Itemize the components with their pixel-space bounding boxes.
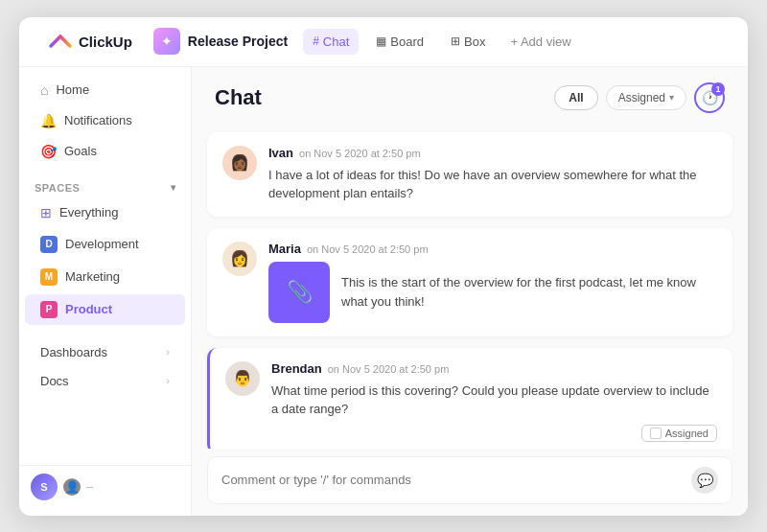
message-body: Brendan on Nov 5 2020 at 2:50 pm What ti…	[271, 361, 717, 419]
sidebar-item-docs[interactable]: Docs ›	[25, 367, 185, 395]
comment-box: 💬	[207, 456, 732, 504]
hash-icon: #	[313, 35, 319, 48]
project-name: Release Project	[188, 34, 288, 49]
message-text: I have a lot of ideas for this! Do we ha…	[268, 166, 717, 203]
product-dot: P	[40, 301, 58, 318]
chevron-down-icon: ▾	[669, 92, 674, 103]
goals-icon: 🎯	[40, 144, 57, 159]
sidebar-item-dashboards[interactable]: Dashboards ›	[25, 338, 185, 366]
message-text: This is the start of the overview for th…	[341, 273, 717, 311]
message-author: Brendan	[271, 361, 322, 376]
bottom-nav: Dashboards › Docs ›	[19, 337, 191, 396]
message-body: Maria on Nov 5 2020 at 2:50 pm 📎 This is…	[268, 242, 717, 323]
user-photo: 👤	[63, 478, 81, 496]
sidebar: ⌂ Home 🔔 Notifications 🎯 Goals Spaces ▾ …	[19, 67, 192, 516]
user-status: –	[86, 479, 93, 494]
messages-area: 👩🏾 Ivan on Nov 5 2020 at 2:50 pm I have …	[192, 125, 748, 449]
board-icon: ▦	[376, 35, 386, 48]
project-icon: ✦	[153, 28, 180, 55]
everything-icon: ⊞	[40, 205, 52, 220]
sidebar-item-development[interactable]: D Development	[25, 229, 185, 260]
sidebar-item-product[interactable]: P Product	[25, 294, 185, 325]
assigned-tag[interactable]: Assigned	[641, 425, 717, 442]
tab-chat[interactable]: # Chat	[303, 29, 359, 55]
bell-icon: 🔔	[40, 113, 57, 128]
main-layout: ⌂ Home 🔔 Notifications 🎯 Goals Spaces ▾ …	[19, 67, 748, 516]
sidebar-item-marketing[interactable]: M Marketing	[25, 262, 185, 292]
message-text: What time period is this covering? Could…	[271, 382, 717, 419]
message-card: 👩 Maria on Nov 5 2020 at 2:50 pm 📎 This …	[207, 228, 732, 336]
notification-badge[interactable]: 🕐 1	[694, 82, 725, 113]
avatar: 👨	[225, 361, 260, 396]
comment-input[interactable]	[221, 473, 691, 487]
sidebar-item-goals[interactable]: 🎯 Goals	[25, 137, 185, 166]
user-avatar[interactable]: S	[31, 474, 58, 500]
avatar: 👩	[222, 242, 257, 276]
paperclip-icon: 📎	[287, 280, 313, 305]
app-window: ClickUp ✦ Release Project # Chat ▦ Board…	[19, 17, 748, 516]
send-icon: 💬	[697, 473, 713, 488]
home-icon: ⌂	[40, 82, 48, 98]
chevron-down-icon: ▾	[171, 182, 176, 193]
chat-content: Chat All Assigned ▾ 🕐 1 👩🏾	[192, 67, 748, 516]
filter-row: All Assigned ▾ 🕐 1	[554, 82, 725, 113]
message-card: 👨 Brendan on Nov 5 2020 at 2:50 pm What …	[207, 348, 732, 449]
message-time: on Nov 5 2020 at 2:50 pm	[307, 243, 429, 255]
dashboards-chevron-icon: ›	[166, 346, 170, 358]
page-title: Chat	[215, 85, 262, 110]
marketing-dot: M	[40, 268, 58, 286]
docs-chevron-icon: ›	[166, 375, 170, 386]
message-author: Ivan	[268, 146, 293, 160]
tab-board[interactable]: ▦ Board	[366, 29, 433, 55]
attachment-preview[interactable]: 📎	[268, 262, 330, 323]
sidebar-footer: S 👤 –	[19, 465, 191, 508]
message-card: 👩🏾 Ivan on Nov 5 2020 at 2:50 pm I have …	[207, 132, 732, 217]
message-body: Ivan on Nov 5 2020 at 2:50 pm I have a l…	[268, 146, 717, 203]
message-header: Ivan on Nov 5 2020 at 2:50 pm	[268, 146, 717, 160]
filter-assigned-button[interactable]: Assigned ▾	[606, 85, 686, 110]
sidebar-item-everything[interactable]: ⊞ Everything	[25, 198, 185, 227]
checkbox-icon	[650, 428, 662, 439]
tab-box[interactable]: ⊞ Box	[441, 29, 495, 55]
logo: ClickUp	[35, 19, 146, 63]
spaces-section-header: Spaces ▾	[19, 174, 191, 197]
add-view-button[interactable]: + Add view	[502, 29, 578, 55]
avatar: 👩🏾	[222, 146, 257, 180]
message-time: on Nov 5 2020 at 2:50 pm	[299, 148, 421, 159]
message-header: Maria on Nov 5 2020 at 2:50 pm	[268, 242, 717, 256]
sidebar-item-home[interactable]: ⌂ Home	[25, 76, 185, 104]
message-author: Maria	[268, 242, 301, 256]
message-header: Brendan on Nov 5 2020 at 2:50 pm	[271, 361, 717, 376]
notification-count: 1	[711, 82, 725, 96]
send-button[interactable]: 💬	[691, 467, 718, 494]
content-header: Chat All Assigned ▾ 🕐 1	[192, 67, 748, 125]
message-with-attachment: 📎 This is the start of the overview for …	[268, 262, 717, 323]
development-dot: D	[40, 236, 58, 253]
sidebar-item-notifications[interactable]: 🔔 Notifications	[25, 106, 185, 135]
clickup-logo-icon	[48, 29, 73, 54]
message-time: on Nov 5 2020 at 2:50 pm	[328, 363, 450, 375]
filter-all-button[interactable]: All	[554, 85, 597, 110]
topbar: ClickUp ✦ Release Project # Chat ▦ Board…	[19, 17, 748, 67]
box-icon: ⊞	[451, 35, 460, 48]
logo-text: ClickUp	[79, 34, 132, 50]
